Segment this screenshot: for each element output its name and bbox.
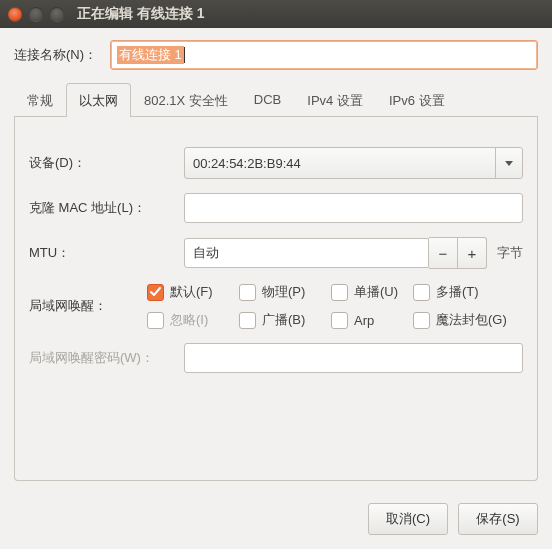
mtu-decrement-button[interactable]: − [429,237,458,269]
checkbox-icon [239,312,256,329]
text-caret [184,47,185,63]
checkbox-label: 物理(P) [262,283,305,301]
tab-4[interactable]: IPv4 设置 [294,83,376,117]
clone-mac-label: 克隆 MAC 地址(L)： [29,199,184,217]
wol-check-4: 忽略(I) [147,311,237,329]
checkbox-label: 魔法封包(G) [436,311,507,329]
window-title: 正在编辑 有线连接 1 [77,5,205,23]
wol-check-7[interactable]: 魔法封包(G) [413,311,523,329]
wol-checks: 默认(F)物理(P)单播(U)多播(T)忽略(I)广播(B)Arp魔法封包(G) [147,283,523,329]
wol-row: 局域网唤醒： 默认(F)物理(P)单播(U)多播(T)忽略(I)广播(B)Arp… [29,283,523,329]
tab-1[interactable]: 以太网 [66,83,131,117]
checkbox-label: 广播(B) [262,311,305,329]
mtu-label: MTU： [29,244,184,262]
checkbox-icon [331,312,348,329]
titlebar: 正在编辑 有线连接 1 [0,0,552,28]
checkbox-icon [239,284,256,301]
clone-mac-row: 克隆 MAC 地址(L)： [29,193,523,223]
wol-check-6[interactable]: Arp [331,312,411,329]
tab-3[interactable]: DCB [241,83,294,117]
checkbox-icon [147,312,164,329]
checkbox-icon [147,284,164,301]
save-button[interactable]: 保存(S) [458,503,538,535]
tabbar: 常规以太网802.1X 安全性DCBIPv4 设置IPv6 设置 [14,82,538,117]
wol-check-5[interactable]: 广播(B) [239,311,329,329]
checkbox-icon [331,284,348,301]
device-label: 设备(D)： [29,154,184,172]
clone-mac-input[interactable] [184,193,523,223]
tab-ethernet-page: 设备(D)： 00:24:54:2B:B9:44 克隆 MAC 地址(L)： M… [14,117,538,481]
cancel-button[interactable]: 取消(C) [368,503,448,535]
tab-0[interactable]: 常规 [14,83,66,117]
dialog-body: 连接名称(N)： 有线连接 1 常规以太网802.1X 安全性DCBIPv4 设… [0,28,552,493]
close-icon[interactable] [8,7,22,21]
wol-check-2[interactable]: 单播(U) [331,283,411,301]
window: 正在编辑 有线连接 1 连接名称(N)： 有线连接 1 常规以太网802.1X … [0,0,552,549]
device-combo[interactable]: 00:24:54:2B:B9:44 [184,147,523,179]
device-row: 设备(D)： 00:24:54:2B:B9:44 [29,147,523,179]
wol-password-label: 局域网唤醒密码(W)： [29,349,184,367]
connection-name-label: 连接名称(N)： [14,46,110,64]
chevron-down-icon [505,161,513,166]
wol-check-3[interactable]: 多播(T) [413,283,523,301]
minimize-icon[interactable] [29,7,43,21]
checkbox-label: 多播(T) [436,283,479,301]
wol-password-input[interactable] [184,343,523,373]
connection-name-input[interactable]: 有线连接 1 [110,40,538,70]
checkbox-icon [413,284,430,301]
maximize-icon[interactable] [50,7,64,21]
mtu-unit: 字节 [497,244,523,262]
connection-name-value: 有线连接 1 [117,46,184,64]
mtu-input[interactable]: 自动 [184,238,429,268]
checkbox-label: 单播(U) [354,283,398,301]
mtu-row: MTU： 自动 − + 字节 [29,237,523,269]
checkbox-label: 默认(F) [170,283,213,301]
connection-name-row: 连接名称(N)： 有线连接 1 [14,40,538,70]
device-value: 00:24:54:2B:B9:44 [185,156,495,171]
tab-2[interactable]: 802.1X 安全性 [131,83,241,117]
checkbox-label: Arp [354,313,374,328]
wol-label: 局域网唤醒： [29,283,147,315]
checkbox-icon [413,312,430,329]
mtu-increment-button[interactable]: + [458,237,487,269]
wol-check-1[interactable]: 物理(P) [239,283,329,301]
device-dropdown-button[interactable] [495,148,522,178]
wol-check-0[interactable]: 默认(F) [147,283,237,301]
wol-password-row: 局域网唤醒密码(W)： [29,343,523,373]
dialog-footer: 取消(C) 保存(S) [0,493,552,549]
mtu-spinner: 自动 − + [184,237,487,269]
tab-5[interactable]: IPv6 设置 [376,83,458,117]
checkbox-label: 忽略(I) [170,311,208,329]
